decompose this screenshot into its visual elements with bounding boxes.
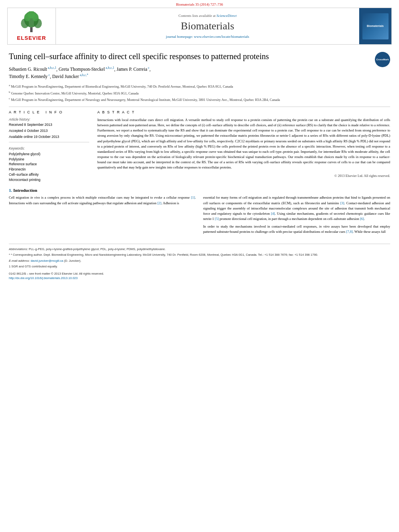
author-3-super: c <box>147 66 150 70</box>
history-label: Article history: <box>9 117 89 121</box>
author-4: Timothy E. Kennedy <box>9 74 47 79</box>
intro-title: 1. Introduction <box>9 188 390 193</box>
abstract-text: Interactions with local extracellular cu… <box>97 117 390 170</box>
homepage-url[interactable]: www.elsevier.com/locate/biomaterials <box>194 35 249 39</box>
author-4-super: c <box>47 73 50 77</box>
introduction-section: 1. Introduction Cell migration in vivo i… <box>9 188 390 237</box>
abstract: A B S T R A C T Interactions with local … <box>97 110 390 183</box>
affil-1-super: a <box>9 84 10 87</box>
divider-info <box>9 142 89 142</box>
ref-7-8[interactable]: [7,8] <box>346 230 353 234</box>
copyright: © 2013 Elsevier Ltd. All rights reserved… <box>97 174 390 178</box>
author-1: Sébastien G. Ricoult <box>9 67 47 72</box>
available-text: Available online 19 October 2013 <box>9 135 89 139</box>
footer-corresponding: * * Corresponding author. Dept. Biomedic… <box>9 253 390 257</box>
journal-header-main: Contents lists available at ScienceDirec… <box>56 8 359 44</box>
top-citation-bar: Biomaterials 35 (2014) 727–736 <box>0 0 399 8</box>
elsevier-logo-area: ELSEVIER <box>8 8 56 44</box>
intro-col-right: essential for many forms of cell migrati… <box>203 195 390 237</box>
corresponding-text: author. Dept. Biomedical Engineering, Mi… <box>33 253 318 257</box>
footer-abbreviations: Abbreviations: PLL-g-PEG, poly-l-lysine-… <box>9 247 390 252</box>
biomaterials-logo-box: Biomaterials <box>362 13 389 39</box>
email-name: (D. Juncker). <box>64 259 81 263</box>
footer-email: E-mail address: david.juncker@mcgill.ca … <box>9 259 390 263</box>
elsevier-tree-icon <box>19 11 43 33</box>
author-2: Greta Thompson-Steckel <box>59 67 105 72</box>
divider-1 <box>9 107 390 107</box>
intro-body: Cell migration in vivo is a complex proc… <box>9 195 390 237</box>
svg-rect-0 <box>30 27 33 32</box>
biomaterials-logo-area: Biomaterials <box>359 8 391 44</box>
author-3: James P. Correia <box>117 67 147 72</box>
article-content: CrossMark Tuning cell–surface affinity t… <box>0 45 399 284</box>
crossmark-area[interactable]: CrossMark <box>375 52 390 67</box>
sciencedirect-link[interactable]: ScienceDirect <box>216 14 237 18</box>
email-link[interactable]: david.juncker@mcgill.ca <box>31 259 63 263</box>
affil-1: a McGill Program in NeuroEngineering, De… <box>9 83 390 89</box>
journal-header: ELSEVIER Contents lists available at Sci… <box>7 8 392 45</box>
intro-para-right-2: In order to study the mechanisms involve… <box>203 224 390 234</box>
authors: Sébastien G. Ricoult a,b,c,1, Greta Thom… <box>9 66 390 80</box>
ref-3[interactable]: [3] <box>340 201 344 205</box>
elsevier-logo: ELSEVIER <box>17 11 46 41</box>
crossmark-icon[interactable]: CrossMark <box>375 52 390 67</box>
sciencedirect-line: Contents lists available at ScienceDirec… <box>179 14 237 18</box>
received-text: Received 8 September 2013 <box>9 123 89 127</box>
keywords-text: Poly(ethylene glycol) Polylysine Referen… <box>9 152 89 183</box>
journal-homepage: journal homepage: www.elsevier.com/locat… <box>166 35 249 39</box>
corresponding-label: * * Corresponding <box>9 253 33 257</box>
affiliations: a McGill Program in NeuroEngineering, De… <box>9 83 390 103</box>
ref-1[interactable]: [1] <box>191 195 195 199</box>
elsevier-text: ELSEVIER <box>17 35 46 41</box>
article-info: A R T I C L E I N F O Article history: R… <box>9 110 89 183</box>
author-5-super: a,b,c,* <box>79 73 88 77</box>
article-info-abstract: A R T I C L E I N F O Article history: R… <box>9 110 390 183</box>
keywords-label: Keywords: <box>9 146 89 150</box>
intro-para-right-1: essential for many forms of cell migrati… <box>203 195 390 222</box>
accepted-text: Accepted 4 October 2013 <box>9 129 89 133</box>
abstract-heading: A B S T R A C T <box>97 110 390 114</box>
issn-line: 0142-9612/$ – see front matter © 2013 El… <box>9 271 390 276</box>
biomaterials-logo-text: Biomaterials <box>367 25 384 28</box>
footer-issn: 0142-9612/$ – see front matter © 2013 El… <box>9 271 390 281</box>
author-1-super: a,b,c,1 <box>47 66 56 70</box>
affil-2-super: b <box>9 90 10 94</box>
section-number: 1. <box>9 188 12 193</box>
author-2-super: a,b,c,1 <box>105 66 114 70</box>
intro-title-text: Introduction <box>13 188 37 193</box>
author-5: David Juncker <box>52 74 79 79</box>
affil-3: c McGill Program in NeuroEngineering, De… <box>9 97 390 103</box>
intro-para-left: Cell migration in vivo is a complex proc… <box>9 195 196 205</box>
footer: Abbreviations: PLL-g-PEG, poly-l-lysine-… <box>9 244 390 281</box>
article-title: Tuning cell–surface affinity to direct c… <box>9 51 390 62</box>
intro-col-left: Cell migration in vivo is a complex proc… <box>9 195 196 237</box>
doi-link[interactable]: http://dx.doi.org/10.1016/j.biomaterials… <box>9 276 390 280</box>
affil-2: b Genome Quebec Innovation Centre, McGil… <box>9 90 390 96</box>
ref-2[interactable]: [2] <box>157 201 161 205</box>
article-info-heading: A R T I C L E I N F O <box>9 110 89 114</box>
footer-sgr: 1 SGR and GTS contributed equally. <box>9 265 390 269</box>
journal-title: Biomaterials <box>181 20 234 32</box>
affil-3-super: c <box>9 97 10 100</box>
journal-citation: Biomaterials 35 (2014) 727–736 <box>176 2 223 6</box>
ref-4[interactable]: [4] <box>271 212 275 216</box>
ref-5[interactable]: [5] <box>215 217 219 221</box>
ref-6[interactable]: [6] <box>360 217 364 221</box>
